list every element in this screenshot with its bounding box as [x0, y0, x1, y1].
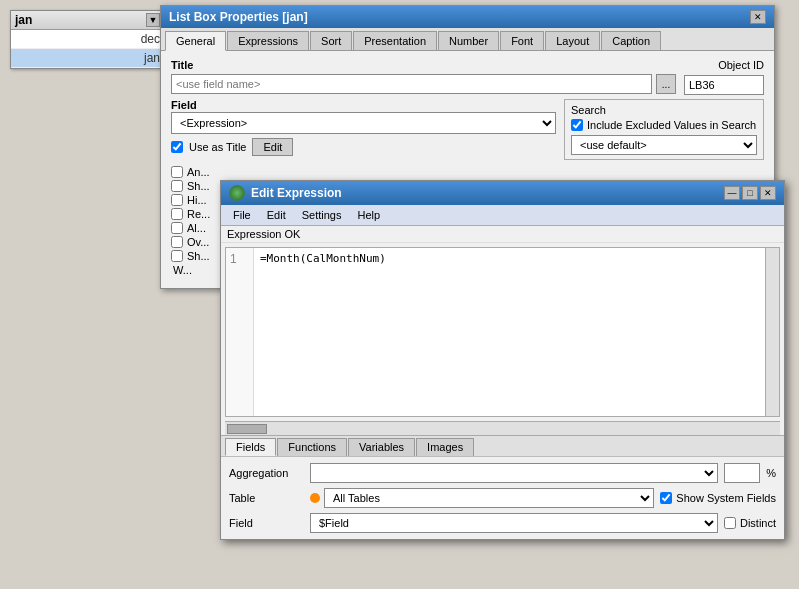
title-object-row: Title ... Object ID: [171, 59, 764, 95]
checkbox-re[interactable]: [171, 208, 183, 220]
search-select-wrap: <use default>: [571, 135, 757, 155]
props-titlebar-btns: ✕: [750, 10, 766, 24]
expr-scrollbar-horizontal[interactable]: [225, 421, 780, 435]
tab-caption[interactable]: Caption: [601, 31, 661, 50]
expr-scrollbar-vertical[interactable]: [765, 248, 779, 416]
edit-expression-dialog: Edit Expression — □ ✕ File Edit Settings…: [220, 180, 785, 540]
checkbox-sh2[interactable]: [171, 250, 183, 262]
checkbox-an[interactable]: [171, 166, 183, 178]
listbox-panel: jan ▼ dec jan: [10, 10, 165, 69]
tab-variables[interactable]: Variables: [348, 438, 415, 456]
expr-close-btn[interactable]: ✕: [760, 186, 776, 200]
edit-expression-btn[interactable]: Edit: [252, 138, 293, 156]
checkbox-ov-label: Ov...: [187, 236, 209, 248]
checkbox-row: An...: [171, 166, 764, 178]
field-bottom-select[interactable]: $Field: [310, 513, 718, 533]
field-label: Field: [171, 99, 556, 111]
show-system-fields-label: Show System Fields: [676, 492, 776, 504]
menu-help[interactable]: Help: [349, 207, 388, 223]
listbox-resize-btn[interactable]: ▼: [146, 13, 160, 27]
aggregation-select[interactable]: [310, 463, 718, 483]
title-left: Title ...: [171, 59, 676, 94]
pct-input[interactable]: [724, 463, 760, 483]
list-item[interactable]: jan: [11, 49, 164, 68]
listbox-title: jan: [15, 13, 32, 27]
tab-sort[interactable]: Sort: [310, 31, 352, 50]
title-label: Title: [171, 59, 676, 71]
use-title-checkbox[interactable]: [171, 141, 183, 153]
expression-icon: [229, 185, 245, 201]
tab-expressions[interactable]: Expressions: [227, 31, 309, 50]
field-row: <Expression>: [171, 112, 556, 134]
show-system-fields-group: Show System Fields: [660, 492, 776, 504]
tab-font[interactable]: Font: [500, 31, 544, 50]
tab-presentation[interactable]: Presentation: [353, 31, 437, 50]
search-checkbox[interactable]: [571, 119, 583, 131]
menu-file[interactable]: File: [225, 207, 259, 223]
checkbox-sh2-label: Sh...: [187, 250, 210, 262]
table-row: Table All Tables Show System Fields: [229, 488, 776, 508]
edit-expr-titlebar: Edit Expression — □ ✕: [221, 181, 784, 205]
distinct-label: Distinct: [740, 517, 776, 529]
props-tabs-bar: General Expressions Sort Presentation Nu…: [161, 28, 774, 51]
object-id-label: Object ID: [718, 59, 764, 71]
tab-layout[interactable]: Layout: [545, 31, 600, 50]
distinct-checkbox[interactable]: [724, 517, 736, 529]
field-select[interactable]: <Expression>: [171, 112, 556, 134]
tab-fields[interactable]: Fields: [225, 438, 276, 456]
table-select-wrap: All Tables: [310, 488, 654, 508]
field-bottom-select-wrap: $Field: [310, 513, 718, 533]
checkbox-al[interactable]: [171, 222, 183, 234]
props-title: List Box Properties [jan]: [169, 10, 308, 24]
props-close-btn[interactable]: ✕: [750, 10, 766, 24]
tab-images[interactable]: Images: [416, 438, 474, 456]
expr-editor-area[interactable]: 1 =Month(CalMonthNum): [225, 247, 780, 417]
expr-minimize-btn[interactable]: —: [724, 186, 740, 200]
menu-edit[interactable]: Edit: [259, 207, 294, 223]
checkbox-al-label: Al...: [187, 222, 206, 234]
listbox-items: dec jan: [11, 30, 164, 68]
scrollbar-thumb[interactable]: [227, 424, 267, 434]
checkbox-hi-label: Hi...: [187, 194, 207, 206]
search-checkbox-label: Include Excluded Values in Search: [587, 119, 756, 131]
expr-bottom-tabs: Fields Functions Variables Images: [221, 435, 784, 457]
tab-number[interactable]: Number: [438, 31, 499, 50]
checkbox-ov[interactable]: [171, 236, 183, 248]
title-input[interactable]: [171, 74, 652, 94]
expr-form: Aggregation % Table All Tables: [221, 457, 784, 539]
checkbox-sh1[interactable]: [171, 180, 183, 192]
edit-expr-titlebar-btns: — □ ✕: [724, 186, 776, 200]
field-section: Field <Expression> Use as Title Edit: [171, 99, 556, 156]
list-item[interactable]: dec: [11, 30, 164, 49]
object-id-input[interactable]: [684, 75, 764, 95]
table-select[interactable]: All Tables: [324, 488, 654, 508]
use-title-label: Use as Title: [189, 141, 246, 153]
aggregation-label: Aggregation: [229, 467, 304, 479]
distinct-group: Distinct: [724, 517, 776, 529]
edit-expr-title-left: Edit Expression: [229, 185, 342, 201]
table-dot: [310, 493, 320, 503]
expr-maximize-btn[interactable]: □: [742, 186, 758, 200]
edit-expr-title: Edit Expression: [251, 186, 342, 200]
expr-status: Expression OK: [221, 226, 784, 243]
aggregation-row: Aggregation %: [229, 463, 776, 483]
menu-settings[interactable]: Settings: [294, 207, 350, 223]
expr-menubar: File Edit Settings Help: [221, 205, 784, 226]
checkbox-an-label: An...: [187, 166, 210, 178]
expr-code[interactable]: =Month(CalMonthNum): [256, 248, 779, 416]
aggregation-select-wrap: [310, 463, 718, 483]
tab-general[interactable]: General: [165, 31, 226, 51]
listbox-titlebar: jan ▼: [11, 11, 164, 30]
tab-functions[interactable]: Functions: [277, 438, 347, 456]
table-label: Table: [229, 492, 304, 504]
pct-symbol: %: [766, 467, 776, 479]
search-group: Search Include Excluded Values in Search…: [564, 99, 764, 160]
checkbox-hi[interactable]: [171, 194, 183, 206]
props-titlebar: List Box Properties [jan] ✕: [161, 6, 774, 28]
title-browse-btn[interactable]: ...: [656, 74, 676, 94]
search-default-select[interactable]: <use default>: [571, 135, 757, 155]
show-system-fields-checkbox[interactable]: [660, 492, 672, 504]
checkbox-re-label: Re...: [187, 208, 210, 220]
use-title-row: Use as Title Edit: [171, 138, 556, 156]
field-bottom-label: Field: [229, 517, 304, 529]
